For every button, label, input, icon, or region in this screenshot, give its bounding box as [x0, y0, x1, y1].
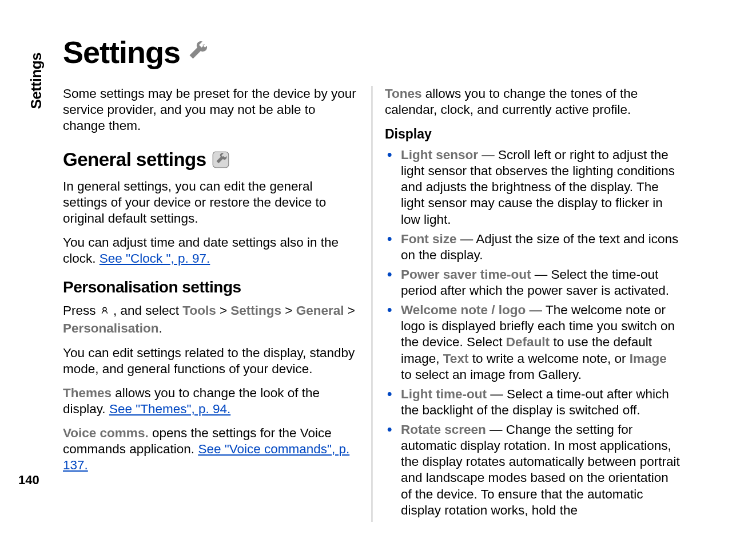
list-item: Light sensor — Scroll left or right to a… [385, 147, 681, 228]
intro-paragraph: Some settings may be preset for the devi… [63, 86, 359, 134]
nav-personalisation: Personalisation [63, 321, 159, 335]
nav-sep3: > [344, 303, 355, 318]
light-timeout-term: Light time-out [401, 387, 487, 401]
voice-paragraph: Voice comms. opens the settings for the … [63, 425, 359, 473]
list-item: Rotate screen — Change the setting for a… [385, 422, 681, 519]
list-item: Power saver time-out — Select the time-o… [385, 267, 681, 299]
welcome-term: Welcome note / logo [401, 303, 526, 317]
themes-term: Themes [63, 386, 112, 400]
personalisation-p2: You can edit settings related to the dis… [63, 345, 359, 377]
left-column: Some settings may be preset for the devi… [63, 86, 372, 522]
welcome-mid3: to select an image from Gallery. [401, 367, 582, 382]
general-settings-heading: General settings [63, 148, 359, 171]
welcome-opt2: Text [443, 351, 469, 366]
welcome-opt3: Image [630, 351, 667, 366]
title-row: Settings [63, 34, 722, 70]
content-area: Settings Some settings may be preset for… [63, 34, 722, 522]
voice-term: Voice comms. [63, 426, 149, 440]
light-sensor-term: Light sensor [401, 148, 478, 162]
display-heading: Display [385, 126, 681, 143]
nav-general: General [296, 303, 344, 318]
nav-period: . [159, 321, 162, 335]
page-number: 140 [18, 473, 39, 488]
font-size-term: Font size [401, 232, 457, 246]
nav-tools: Tools [182, 303, 216, 318]
themes-link[interactable]: See "Themes", p. 94. [109, 402, 230, 416]
nav-prefix: Press [63, 303, 100, 318]
personalisation-nav: Press , and select Tools > Settings > Ge… [63, 303, 359, 337]
rotate-term: Rotate screen [401, 422, 486, 437]
right-column: Tones allows you to change the tones of … [372, 86, 681, 522]
themes-paragraph: Themes allows you to change the look of … [63, 385, 359, 417]
general-p1: In general settings, you can edit the ge… [63, 179, 359, 227]
list-item: Welcome note / logo — The welcome note o… [385, 302, 681, 383]
tones-term: Tones [385, 86, 422, 101]
tones-rest: allows you to change the tones of the ca… [385, 86, 638, 117]
display-list: Light sensor — Scroll left or right to a… [385, 147, 681, 519]
page: Settings 140 Settings Some settings may … [0, 0, 756, 546]
page-title: Settings [63, 34, 180, 70]
two-columns: Some settings may be preset for the devi… [63, 86, 722, 522]
list-item: Light time-out — Select a time-out after… [385, 386, 681, 418]
nav-sep1: > [216, 303, 231, 318]
nav-sep2: > [281, 303, 296, 318]
list-item: Font size — Adjust the size of the text … [385, 231, 681, 263]
clock-link[interactable]: See "Clock ", p. 97. [100, 251, 210, 266]
general-settings-heading-text: General settings [63, 148, 206, 171]
welcome-opt1: Default [506, 335, 550, 349]
menu-key-icon [100, 304, 110, 321]
power-saver-term: Power saver time-out [401, 267, 531, 282]
personalisation-heading: Personalisation settings [63, 277, 359, 297]
nav-mid: , and select [110, 303, 183, 318]
side-tab-label: Settings [27, 53, 45, 109]
wrench-icon [187, 41, 208, 64]
nav-settings: Settings [230, 303, 281, 318]
general-p2: You can adjust time and date settings al… [63, 235, 359, 267]
wrench-square-icon [212, 148, 229, 171]
welcome-mid2: to write a welcome note, or [468, 351, 629, 366]
tones-paragraph: Tones allows you to change the tones of … [385, 86, 681, 118]
